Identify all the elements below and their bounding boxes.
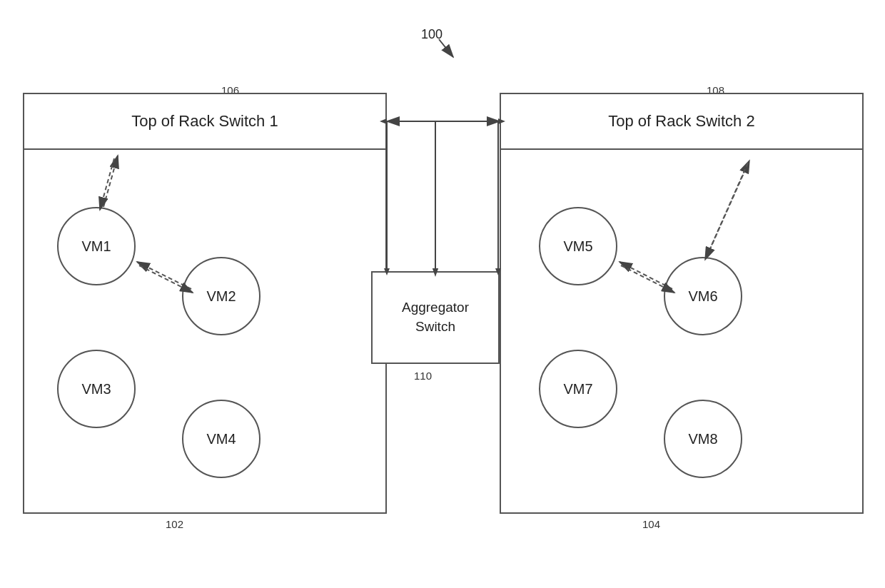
tor1-box: Top of Rack Switch 1 xyxy=(23,93,387,150)
tor2-label: Top of Rack Switch 2 xyxy=(608,112,754,131)
ref-110: 110 xyxy=(414,370,432,382)
tor2-box: Top of Rack Switch 2 xyxy=(500,93,864,150)
ref-102: 102 xyxy=(166,518,183,530)
vm4-circle: VM4 xyxy=(182,400,261,478)
vm1-circle: VM1 xyxy=(57,207,136,285)
vm8-circle: VM8 xyxy=(664,400,742,478)
vm5-circle: VM5 xyxy=(539,207,617,285)
aggregator-switch-box: Aggregator Switch xyxy=(371,271,500,364)
diagram-container: 100 Top of Rack Switch 1 Top of Rack Swi… xyxy=(0,0,885,588)
vm7-circle: VM7 xyxy=(539,350,617,428)
aggregator-label: Aggregator Switch xyxy=(402,298,469,336)
vm3-circle: VM3 xyxy=(57,350,136,428)
diagram-title-label: 100 xyxy=(421,27,442,42)
vm6-circle: VM6 xyxy=(664,257,742,335)
vm2-circle: VM2 xyxy=(182,257,261,335)
tor1-label: Top of Rack Switch 1 xyxy=(131,112,278,131)
ref-104: 104 xyxy=(642,518,660,530)
